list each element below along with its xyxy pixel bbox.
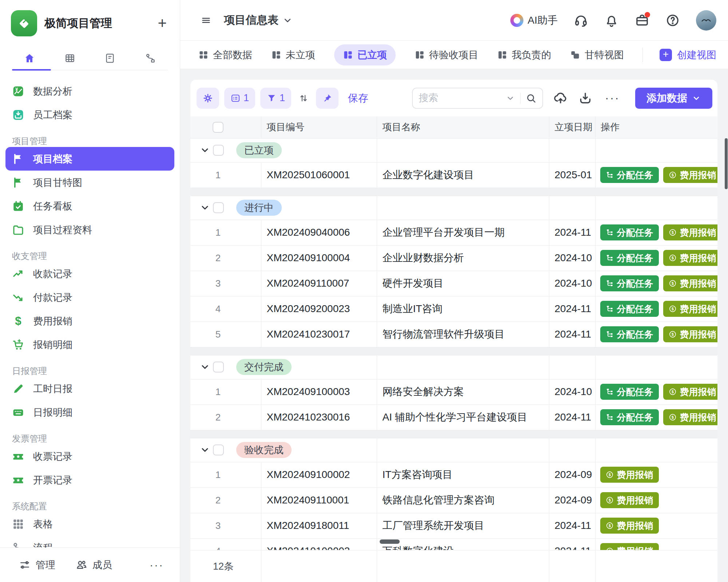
view-tab[interactable]: 待验收项目	[415, 48, 478, 61]
sidebar-item[interactable]: $费用报销	[5, 309, 174, 333]
flow-tab-icon[interactable]	[142, 50, 158, 66]
sidebar-item[interactable]: 工时日报	[5, 377, 174, 400]
assign-button[interactable]: 分配任务	[600, 326, 659, 342]
table-row[interactable]: 3XM202409180011工厂管理系统开发项目2024-11$费用报销	[190, 513, 717, 538]
headset-icon[interactable]	[574, 13, 588, 28]
search-icon[interactable]	[526, 93, 537, 104]
action-label: 费用报销	[680, 328, 716, 340]
expense-button[interactable]: $费用报销	[663, 275, 718, 291]
expense-button[interactable]: $费用报销	[663, 384, 718, 400]
expense-button[interactable]: $费用报销	[600, 543, 659, 550]
assign-button[interactable]: 分配任务	[600, 384, 659, 400]
project-date-cell: 2024-09	[549, 487, 595, 513]
search-input[interactable]	[419, 92, 506, 104]
add-app-button[interactable]: +	[155, 16, 169, 31]
sidebar-more-button[interactable]: ···	[150, 559, 164, 571]
assign-button[interactable]: 分配任务	[600, 275, 659, 291]
group-chevron-down-icon[interactable]	[200, 362, 210, 372]
document-tab-icon[interactable]	[102, 50, 118, 66]
expense-button[interactable]: $费用报销	[663, 326, 718, 342]
sidebar-item[interactable]: 任务看板	[5, 194, 174, 218]
sidebar-item[interactable]: 收款记录	[5, 262, 174, 286]
sidebar-item[interactable]: 付款记录	[5, 286, 174, 309]
save-button[interactable]: 保存	[348, 91, 368, 105]
group-chevron-down-icon[interactable]	[200, 203, 210, 213]
sidebar-item[interactable]: 项目档案	[5, 147, 174, 171]
table-row[interactable]: 2XM202409110001铁路信息化管理方案咨询2024-09$费用报销	[190, 487, 717, 513]
expense-button[interactable]: $费用报销	[600, 467, 659, 483]
sidebar-item[interactable]: 流程	[5, 536, 174, 547]
sidebar-item[interactable]: 日报明细	[5, 400, 174, 424]
filter-button[interactable]: 1	[260, 88, 291, 109]
sidebar-item[interactable]: 员工档案	[5, 103, 174, 127]
expense-button[interactable]: $费用报销	[600, 518, 659, 534]
view-tab[interactable]: 甘特视图	[570, 48, 624, 61]
pin-button[interactable]	[316, 88, 339, 109]
toolbar-more-button[interactable]: ···	[605, 91, 620, 105]
home-tab-icon[interactable]	[21, 50, 37, 66]
expense-button[interactable]: $费用报销	[600, 492, 659, 508]
bell-icon[interactable]	[604, 13, 619, 28]
assign-button[interactable]: 分配任务	[600, 250, 659, 266]
table-row[interactable]: 1XM202409100003网络安全解决方案2024-10分配任务$费用报销	[190, 379, 717, 404]
group-checkbox[interactable]	[213, 145, 224, 156]
select-all-checkbox[interactable]	[213, 122, 223, 133]
export-download-icon[interactable]	[578, 91, 593, 105]
fields-config-button[interactable]: 1	[224, 88, 255, 109]
group-checkbox[interactable]	[213, 362, 224, 372]
user-avatar[interactable]	[696, 10, 716, 31]
sidebar-item[interactable]: 报销明细	[5, 333, 174, 356]
sidebar-item[interactable]: 项目甘特图	[5, 171, 174, 194]
vertical-scrollbar[interactable]	[725, 138, 728, 189]
title-chevron-down-icon[interactable]	[282, 15, 293, 26]
assign-button[interactable]: 分配任务	[600, 301, 659, 317]
table-row[interactable]: 5XM202410230017智行物流管理软件升级项目2024-11分配任务$费…	[190, 322, 717, 347]
view-tab[interactable]: 已立项	[334, 44, 396, 65]
ai-assistant-button[interactable]: AI助手	[510, 13, 558, 27]
table-row[interactable]: 4XM202409200023制造业IT咨询2024-11分配任务$费用报销	[190, 296, 717, 322]
import-cloud-upload-icon[interactable]	[553, 91, 568, 105]
table-row[interactable]: 1XM202409100002IT方案咨询项目2024-09$费用报销	[190, 462, 717, 487]
sidebar-item[interactable]: 表格	[5, 512, 174, 536]
help-icon[interactable]	[665, 13, 680, 28]
settings-button[interactable]	[197, 88, 219, 109]
table-row[interactable]: 4XM202410100003万科数字化建设2024-11$费用报销	[190, 538, 717, 550]
group-checkbox[interactable]	[213, 202, 224, 213]
expense-button[interactable]: $费用报销	[663, 224, 718, 240]
expense-button[interactable]: $费用报销	[663, 167, 718, 183]
add-data-button[interactable]: 添加数据	[635, 88, 712, 109]
sidebar-item[interactable]: 开票记录	[5, 468, 174, 492]
expense-button[interactable]: $费用报销	[663, 301, 718, 317]
svg-text:$: $	[609, 523, 611, 528]
table-row[interactable]: 1XM202409040006企业管理平台开发项目一期2024-11分配任务$费…	[190, 220, 717, 245]
assign-button[interactable]: 分配任务	[600, 409, 659, 425]
view-tab[interactable]: 我负责的	[497, 48, 551, 61]
group-chevron-down-icon[interactable]	[200, 445, 210, 455]
members-button[interactable]: 成员	[76, 558, 112, 571]
view-tab[interactable]: 全部数据	[198, 48, 252, 61]
search-chevron-down-icon[interactable]	[506, 93, 515, 103]
project-name-cell: 硬件开发项目	[377, 271, 549, 296]
sidebar-item[interactable]: 收票记录	[5, 445, 174, 468]
expense-button[interactable]: $费用报销	[663, 250, 718, 266]
create-view-button[interactable]: + 创建视图	[660, 48, 716, 61]
horizontal-scrollbar[interactable]	[380, 539, 400, 544]
table-row[interactable]: 1XM202501060001企业数字化建设项目2025-01分配任务$费用报销	[190, 162, 717, 188]
briefcase-icon[interactable]	[635, 13, 649, 28]
table-row[interactable]: 2XM202409100004企业业财数据分析2024-10分配任务$费用报销	[190, 245, 717, 271]
sort-button[interactable]	[296, 88, 311, 109]
sidebar-item[interactable]: 项目过程资料	[5, 218, 174, 242]
view-tab[interactable]: 未立项	[271, 48, 315, 61]
assign-button[interactable]: 分配任务	[600, 224, 659, 240]
expense-button[interactable]: $费用报销	[663, 409, 718, 425]
app-logo-handshake-icon	[11, 10, 37, 36]
group-chevron-down-icon[interactable]	[200, 145, 210, 155]
sidebar-item[interactable]: ¥数据分析	[5, 79, 174, 103]
assign-button[interactable]: 分配任务	[600, 167, 659, 183]
table-row[interactable]: 2XM202410230016AI 辅助个性化学习平台建设项目2024-11分配…	[190, 404, 717, 430]
table-tab-icon[interactable]	[62, 50, 78, 66]
group-checkbox[interactable]	[213, 445, 224, 455]
manage-button[interactable]: 管理	[19, 558, 55, 571]
table-row[interactable]: 3XM202409110007硬件开发项目2024-10分配任务$费用报销	[190, 271, 717, 296]
hamburger-menu-icon[interactable]	[198, 13, 214, 28]
